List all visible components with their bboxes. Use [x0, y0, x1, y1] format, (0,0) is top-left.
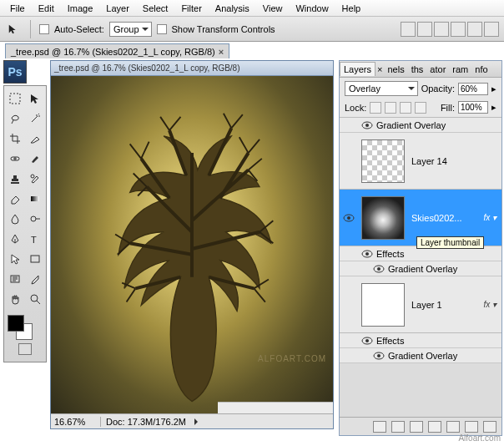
align-icon[interactable] — [451, 22, 466, 37]
layer-thumbnail[interactable] — [361, 283, 405, 327]
lock-pixels-icon[interactable] — [385, 102, 396, 114]
align-icon[interactable] — [417, 22, 432, 37]
separator — [30, 20, 31, 38]
layer-row-selected[interactable]: Skies0202... fx ▾ Layer thumbnail — [340, 190, 501, 246]
tab-paths[interactable]: ths — [408, 63, 427, 76]
fx-badge[interactable]: fx ▾ — [483, 300, 501, 309]
lock-position-icon[interactable] — [400, 102, 411, 114]
layer-name[interactable]: Layer 1 — [408, 300, 483, 310]
eye-icon[interactable] — [361, 337, 373, 345]
move-tool-icon[interactable] — [26, 89, 44, 108]
document-tab[interactable]: _tree.psd @ 16.7% (Skies0202_1_L copy, R… — [5, 43, 229, 58]
menu-filter[interactable]: Filter — [174, 2, 208, 15]
heal-tool-icon[interactable] — [6, 150, 24, 168]
menu-analysis[interactable]: Analysis — [209, 2, 256, 15]
effect-label: Gradient Overlay — [388, 264, 457, 274]
tab-channels[interactable]: nels — [384, 63, 407, 76]
tab-layers[interactable]: Layers — [340, 62, 375, 76]
opacity-input[interactable] — [458, 83, 488, 95]
effect-item[interactable]: Gradient Overlay — [340, 348, 501, 363]
foreground-color[interactable] — [8, 315, 24, 332]
layer-name[interactable]: Skies0202... — [408, 213, 483, 223]
chevron-right-icon[interactable]: ▸ — [491, 84, 496, 94]
tab-navigator[interactable]: ator — [426, 63, 449, 76]
lock-all-icon[interactable] — [415, 102, 426, 114]
align-icon[interactable] — [434, 22, 449, 37]
canvas[interactable]: ALFOART.COM — [51, 76, 333, 413]
effect-item[interactable]: Gradient Overlay — [340, 118, 501, 133]
blend-mode-combo[interactable]: Overlay — [345, 81, 418, 96]
close-icon[interactable]: × — [219, 47, 224, 57]
menu-window[interactable]: Window — [289, 2, 335, 15]
effects-row[interactable]: Effects — [340, 333, 501, 348]
color-swatch[interactable] — [6, 313, 44, 342]
effect-item[interactable]: Gradient Overlay — [340, 261, 501, 276]
align-icon[interactable] — [467, 22, 482, 37]
trash-icon[interactable] — [483, 421, 496, 433]
menu-layer[interactable]: Layer — [99, 2, 136, 15]
layer-style-icon[interactable] — [391, 421, 405, 433]
document-title-bar[interactable]: _tree.psd @ 16.7% (Skies0202_1_L copy, R… — [51, 61, 333, 76]
doc-size[interactable]: Doc: 17.3M/176.2M — [101, 417, 191, 427]
chevron-right-icon[interactable]: ▸ — [491, 102, 496, 113]
group-icon[interactable] — [446, 421, 460, 433]
pen-tool-icon[interactable] — [6, 230, 24, 248]
marquee-tool-icon[interactable] — [6, 89, 24, 108]
eraser-tool-icon[interactable] — [6, 190, 24, 208]
tab-histogram[interactable]: ram — [449, 63, 471, 76]
eye-icon[interactable] — [361, 121, 373, 129]
menu-image[interactable]: Image — [61, 2, 100, 15]
auto-select-combo[interactable]: Group — [109, 22, 152, 37]
menu-select[interactable]: Select — [136, 2, 175, 15]
slice-tool-icon[interactable] — [26, 129, 44, 148]
menu-file[interactable]: File — [3, 2, 32, 15]
layer-thumbnail[interactable] — [361, 196, 405, 240]
adjustment-layer-icon[interactable] — [428, 421, 441, 433]
layer-mask-icon[interactable] — [410, 421, 423, 433]
fx-badge[interactable]: fx ▾ — [483, 213, 501, 222]
eye-icon[interactable] — [361, 250, 373, 258]
dodge-tool-icon[interactable] — [26, 210, 44, 228]
horizontal-scrollbar[interactable] — [218, 402, 333, 413]
visibility-toggle[interactable] — [340, 214, 358, 222]
gradient-tool-icon[interactable] — [26, 190, 44, 208]
layer-name[interactable]: Layer 14 — [408, 156, 501, 166]
menu-edit[interactable]: Edit — [32, 2, 61, 15]
align-icon[interactable] — [401, 22, 416, 37]
quick-mask-toggle[interactable] — [6, 343, 44, 358]
layer-thumbnail[interactable] — [361, 139, 405, 183]
tab-close-icon[interactable]: × — [375, 64, 384, 74]
notes-tool-icon[interactable] — [6, 270, 24, 288]
layer-row[interactable]: Layer 1 fx ▾ — [340, 276, 501, 333]
brush-tool-icon[interactable] — [26, 150, 44, 168]
zoom-level[interactable]: 16.67% — [51, 417, 101, 427]
blur-tool-icon[interactable] — [6, 210, 24, 228]
lock-transparency-icon[interactable] — [370, 102, 381, 114]
stamp-tool-icon[interactable] — [6, 170, 24, 188]
eyedropper-tool-icon[interactable] — [26, 270, 44, 288]
new-layer-icon[interactable] — [465, 421, 478, 433]
status-menu-icon[interactable] — [194, 418, 201, 425]
zoom-tool-icon[interactable] — [26, 290, 44, 308]
menu-view[interactable]: View — [256, 2, 290, 15]
menu-help[interactable]: Help — [335, 2, 368, 15]
eye-icon[interactable] — [373, 352, 385, 360]
type-tool-icon[interactable]: T — [26, 230, 44, 248]
svg-text:T: T — [31, 235, 37, 245]
history-brush-tool-icon[interactable] — [26, 170, 44, 188]
auto-select-checkbox[interactable] — [39, 24, 49, 34]
wand-tool-icon[interactable] — [26, 109, 44, 128]
hand-tool-icon[interactable] — [6, 290, 24, 308]
shape-tool-icon[interactable] — [26, 250, 44, 268]
path-select-tool-icon[interactable] — [6, 250, 24, 268]
crop-tool-icon[interactable] — [6, 129, 24, 148]
fill-input[interactable] — [458, 101, 488, 114]
tab-info[interactable]: nfo — [471, 63, 491, 76]
align-icon[interactable] — [484, 22, 499, 37]
lasso-tool-icon[interactable] — [6, 109, 24, 128]
layer-row[interactable]: Layer 14 — [340, 133, 501, 190]
link-layers-icon[interactable] — [373, 421, 386, 433]
show-transform-checkbox[interactable] — [157, 24, 167, 34]
move-tool-icon[interactable] — [5, 21, 22, 38]
eye-icon[interactable] — [373, 265, 385, 273]
